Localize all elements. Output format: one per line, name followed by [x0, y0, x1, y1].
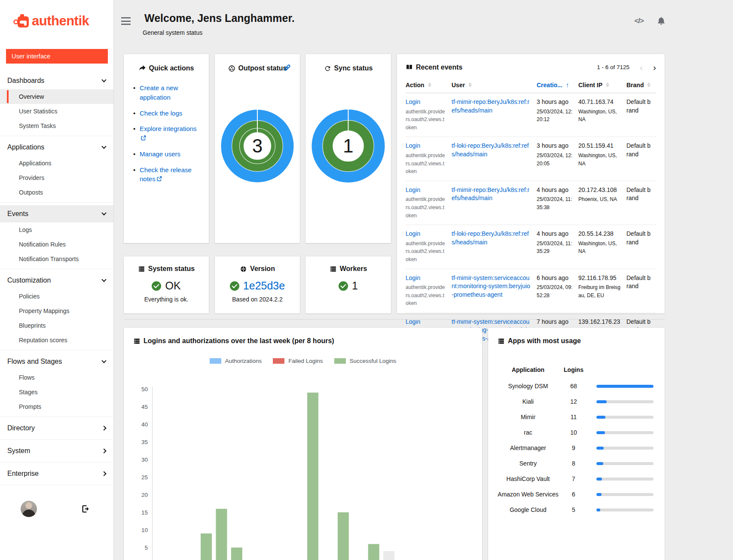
quick-action-item: Check the release notes [131, 165, 201, 184]
sort-icon [606, 82, 609, 87]
sidebar-section-label: Applications [7, 143, 44, 151]
workers-value: 1 [352, 280, 358, 292]
bar-successful-logins [307, 393, 318, 560]
app-usage-bar-fill [596, 462, 603, 465]
sidebar-section-applications[interactable]: Applications [0, 139, 113, 156]
event-action-link[interactable]: Login [406, 274, 420, 283]
quick-action-link[interactable]: Explore integrations [140, 125, 197, 132]
event-creation-relative: 6 hours ago [537, 274, 573, 283]
event-user-link[interactable]: tf-mimir-repo:BeryJu/k8s:ref:refs/heads/… [452, 186, 531, 203]
quick-actions-title: Quick actions [131, 64, 201, 72]
sidebar-section-system[interactable]: System [0, 442, 113, 460]
event-action-link[interactable]: Login [406, 230, 420, 238]
quick-action-link[interactable]: Manage users [140, 150, 180, 158]
bar-successful-logins [216, 509, 227, 560]
event-client-ip: 20.172.43.108 [578, 186, 621, 195]
sidebar-section-directory[interactable]: Directory [0, 420, 113, 437]
app-usage-bar-fill [596, 447, 604, 450]
quick-action-item: Explore integrations [131, 124, 201, 143]
notifications-bell-icon[interactable] [657, 16, 666, 26]
events-column-user[interactable]: User [452, 81, 537, 88]
event-action-link[interactable]: Login [406, 186, 420, 195]
refresh-icon [324, 65, 331, 72]
app-usage-bar-track [596, 385, 654, 388]
user-avatar[interactable] [21, 501, 37, 517]
bar-faded [383, 551, 394, 560]
event-action-link[interactable]: Login [406, 98, 420, 107]
events-column-creatio-[interactable]: Creatio...↑ [537, 81, 578, 88]
events-column-client-ip[interactable]: Client IP [578, 81, 626, 88]
sidebar-item-stages[interactable]: Stages [0, 385, 113, 399]
sidebar-section-flows-and-stages[interactable]: Flows and Stages [0, 353, 113, 370]
sidebar-item-policies[interactable]: Policies [0, 289, 113, 304]
sidebar-item-outposts[interactable]: Outposts [0, 185, 113, 200]
sidebar-item-logs[interactable]: Logs [0, 222, 113, 237]
external-link-icon [141, 134, 146, 139]
sidebar-item-system-tasks[interactable]: System Tasks [0, 119, 113, 133]
event-user-cell: tf-mimir-repo:BeryJu/k8s:ref:refs/heads/… [452, 98, 537, 131]
hamburger-menu-icon[interactable] [121, 17, 131, 25]
event-user-cell: tf-loki-repo:BeryJu/k8s:ref:refs/heads/m… [452, 230, 537, 263]
sidebar-item-applications[interactable]: Applications [0, 156, 113, 170]
sidebar-group-customization: CustomizationPoliciesProperty MappingsBl… [0, 269, 113, 350]
sidebar-section-label: Enterprise [7, 470, 39, 478]
y-tick-label: 15 [141, 509, 148, 516]
event-action-cell: Loginauthentik.providers.oauth2.views.to… [406, 230, 452, 263]
events-column-brand[interactable]: Brand [626, 81, 656, 88]
version-value-link[interactable]: 1e25d3e [243, 280, 285, 292]
quick-action-link[interactable]: Check the logs [140, 110, 182, 117]
sidebar-item-notification-rules[interactable]: Notification Rules [0, 237, 113, 252]
event-client-ip-cell: 92.116.178.95Freiburg im Breisgau, DE, E… [578, 274, 626, 307]
sidebar-item-providers[interactable]: Providers [0, 170, 113, 185]
sidebar-section-events[interactable]: Events [0, 205, 113, 222]
apps-usage-row: Amazon Web Services6 [498, 487, 655, 502]
sidebar-item-prompts[interactable]: Prompts [0, 399, 113, 414]
pagination-prev-icon[interactable]: ‹ [640, 63, 643, 72]
column-label: Creatio... [537, 82, 562, 88]
app-usage-bar-fill [596, 400, 607, 403]
apps-usage-table: Application Logins Synology DSM68Kiali12… [498, 361, 655, 517]
system-status-value: OK [165, 280, 180, 292]
quick-action-link[interactable]: Create a new application [140, 84, 178, 101]
event-action-detail: authentik.providers.oauth2.views.token [406, 195, 446, 219]
app-usage-bar-track [596, 462, 654, 465]
quick-actions-card: Quick actions Create a new applicationCh… [124, 54, 209, 243]
quick-action-link[interactable]: Check the release notes [140, 166, 192, 183]
version-description: Based on 2024.2.2 [220, 296, 295, 303]
app-name: Kiali [498, 398, 559, 406]
sidebar-section-customization[interactable]: Customization [0, 272, 113, 289]
sidebar-item-flows[interactable]: Flows [0, 370, 113, 385]
event-action-cell: Loginauthentik.providers.oauth2.views.to… [406, 274, 452, 307]
event-client-ip: 20.51.159.41 [578, 142, 621, 150]
outpost-link-icon[interactable] [283, 64, 291, 72]
event-action-link[interactable]: Login [406, 142, 420, 150]
outpost-donut-chart: 3 [221, 109, 294, 183]
sidebar-item-property-mappings[interactable]: Property Mappings [0, 304, 113, 318]
event-user-link[interactable]: tf-mimir-system:serviceaccount:monitorin… [452, 274, 531, 299]
app-usage-bar-fill [596, 493, 602, 496]
user-interface-button[interactable]: User interface [6, 49, 108, 64]
book-icon [406, 64, 413, 71]
logout-icon[interactable] [81, 504, 90, 514]
chevron-right-icon [101, 426, 106, 430]
api-code-icon[interactable]: </> [634, 17, 644, 25]
sidebar-section-dashboards[interactable]: Dashboards [0, 72, 113, 89]
legend-item-failed-logins: Failed Logins [273, 358, 323, 364]
authentik-logo[interactable]: authentik [0, 0, 113, 29]
column-label: Client IP [578, 82, 602, 88]
sidebar-item-overview[interactable]: Overview [0, 89, 113, 104]
sidebar-item-notification-transports[interactable]: Notification Transports [0, 252, 113, 266]
sidebar-item-user-statistics[interactable]: User Statistics [0, 104, 113, 119]
event-user-link[interactable]: tf-mimir-repo:BeryJu/k8s:ref:refs/heads/… [452, 98, 531, 115]
quick-action-item: Check the logs [131, 109, 201, 118]
event-user-link[interactable]: tf-loki-repo:BeryJu/k8s:ref:refs/heads/m… [452, 230, 531, 247]
sidebar-item-blueprints[interactable]: Blueprints [0, 318, 113, 333]
sidebar-item-reputation-scores[interactable]: Reputation scores [0, 333, 113, 347]
event-user-link[interactable]: tf-loki-repo:BeryJu/k8s:ref:refs/heads/m… [452, 142, 531, 158]
sidebar-section-enterprise[interactable]: Enterprise [0, 465, 113, 482]
server-stack-icon [133, 338, 140, 345]
event-creation-date: 25/03/2024, 12:20:12 [537, 108, 573, 124]
events-column-action[interactable]: Action [406, 81, 452, 88]
app-usage-bar-fill [596, 508, 600, 511]
pagination-next-icon[interactable]: › [653, 63, 656, 72]
